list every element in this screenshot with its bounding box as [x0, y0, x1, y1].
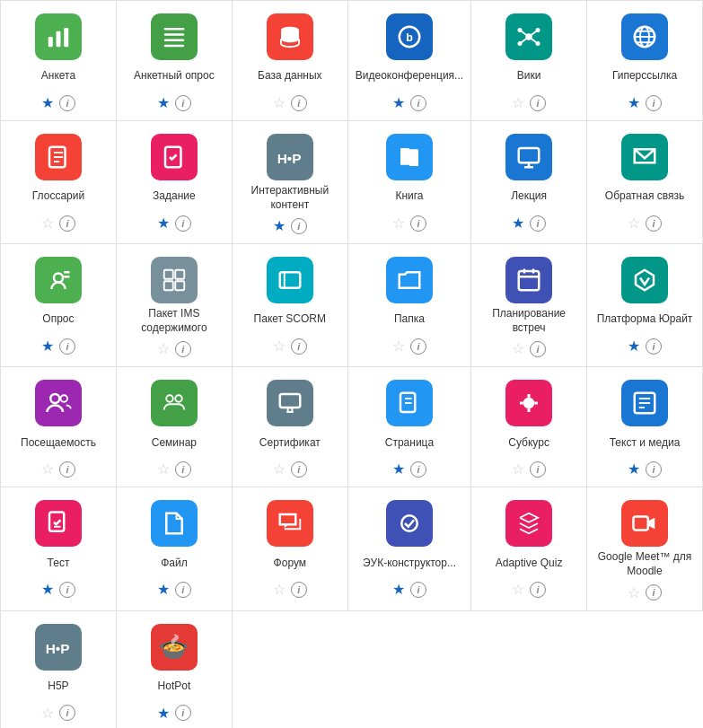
- activity-cell-hotpot[interactable]: 🍲HotPot★i: [117, 611, 233, 728]
- interact-star[interactable]: ★: [273, 217, 286, 234]
- poseschaemost-star[interactable]: ☆: [41, 460, 54, 478]
- forum-info-button[interactable]: i: [291, 582, 307, 598]
- activity-cell-opros[interactable]: Опрос★i: [1, 244, 117, 367]
- platforma-info-button[interactable]: i: [646, 338, 662, 355]
- obratsvyaz-star[interactable]: ☆: [628, 215, 640, 232]
- activity-cell-kniga[interactable]: Книга☆i: [348, 121, 471, 244]
- anketa-info-button[interactable]: i: [59, 95, 75, 111]
- activity-cell-test[interactable]: Тест★i: [1, 487, 117, 610]
- activity-cell-interact[interactable]: H•PИнтерактивный контент★i: [233, 121, 348, 244]
- adaptivequiz-star[interactable]: ☆: [512, 581, 524, 598]
- sertifikat-info-button[interactable]: i: [291, 461, 307, 478]
- activity-cell-lekcia[interactable]: Лекция★i: [471, 121, 587, 244]
- activity-cell-forum[interactable]: Форум☆i: [233, 487, 348, 610]
- h5p-info-button[interactable]: i: [59, 705, 75, 721]
- giper-star[interactable]: ★: [628, 94, 640, 111]
- activity-cell-viki[interactable]: Вики☆i: [471, 1, 587, 121]
- subkurs-info-button[interactable]: i: [530, 461, 546, 478]
- activity-cell-zadanie[interactable]: Задание★i: [117, 121, 233, 244]
- platforma-star[interactable]: ★: [628, 338, 640, 355]
- file-info-button[interactable]: i: [175, 582, 191, 598]
- papka-info-button[interactable]: i: [410, 338, 426, 355]
- textmedia-info-button[interactable]: i: [646, 461, 662, 478]
- svg-point-50: [175, 396, 182, 403]
- euk-info-button[interactable]: i: [410, 582, 426, 598]
- activity-cell-papka[interactable]: Папка☆i: [348, 244, 471, 367]
- seminar-info-button[interactable]: i: [175, 461, 191, 478]
- activity-cell-giper[interactable]: Гиперссылка★i: [587, 1, 703, 121]
- zadanie-star[interactable]: ★: [157, 215, 170, 232]
- anketa-star[interactable]: ★: [41, 94, 54, 111]
- paketims-label: Пакет IMS содержимого: [124, 307, 224, 335]
- activity-cell-anketa[interactable]: Анкета★i: [1, 1, 117, 121]
- subkurs-star[interactable]: ☆: [512, 460, 524, 478]
- kniga-star[interactable]: ☆: [392, 215, 405, 232]
- forum-star[interactable]: ☆: [273, 581, 286, 598]
- textmedia-star[interactable]: ★: [628, 460, 640, 478]
- paketscorm-star[interactable]: ☆: [273, 338, 286, 355]
- activity-cell-video[interactable]: bВидеоконференция...★i: [348, 1, 471, 121]
- adaptivequiz-info-button[interactable]: i: [530, 582, 546, 598]
- hotpot-info-button[interactable]: i: [175, 705, 191, 721]
- activity-cell-platforma[interactable]: Платформа Юрайт★i: [587, 244, 703, 367]
- papka-star[interactable]: ☆: [392, 338, 405, 355]
- test-info-button[interactable]: i: [59, 582, 75, 598]
- activity-cell-textmedia[interactable]: Текст и медиа★i: [587, 367, 703, 487]
- glossar-star[interactable]: ☆: [41, 215, 54, 232]
- viki-info-button[interactable]: i: [530, 95, 546, 111]
- hotpot-star[interactable]: ★: [157, 705, 170, 722]
- paketims-star[interactable]: ☆: [157, 340, 170, 357]
- activity-cell-sertifikat[interactable]: Сертификат☆i: [233, 367, 348, 487]
- euk-star[interactable]: ★: [392, 581, 405, 598]
- svg-rect-1: [56, 31, 60, 48]
- activity-cell-euk[interactable]: ЭУК-конструктор...★i: [348, 487, 471, 610]
- activity-cell-file[interactable]: Файл★i: [117, 487, 233, 610]
- anketniy-info-button[interactable]: i: [175, 95, 191, 111]
- obratsvyaz-info-button[interactable]: i: [646, 215, 662, 232]
- giper-info-button[interactable]: i: [646, 95, 662, 111]
- activity-cell-anketniy[interactable]: Анкетный опрос★i: [117, 1, 233, 121]
- planirovanie-info-button[interactable]: i: [530, 341, 546, 357]
- viki-star[interactable]: ☆: [512, 94, 524, 111]
- test-star[interactable]: ★: [41, 581, 54, 598]
- activity-cell-baza[interactable]: База данных☆i: [233, 1, 348, 121]
- activity-cell-h5p[interactable]: H•PH5P☆i: [1, 611, 117, 728]
- activity-cell-paketscorm[interactable]: Пакет SCORM☆i: [233, 244, 348, 367]
- paketims-info-button[interactable]: i: [175, 341, 191, 357]
- file-star[interactable]: ★: [157, 581, 170, 598]
- stranica-info-button[interactable]: i: [410, 461, 426, 478]
- activity-cell-stranica[interactable]: Страница★i: [348, 367, 471, 487]
- activity-cell-planirovanie[interactable]: Планирование встреч☆i: [471, 244, 587, 367]
- poseschaemost-info-button[interactable]: i: [59, 461, 75, 478]
- video-info-button[interactable]: i: [410, 95, 426, 111]
- video-star[interactable]: ★: [392, 94, 405, 111]
- activity-cell-paketims[interactable]: Пакет IMS содержимого☆i: [117, 244, 233, 367]
- opros-star[interactable]: ★: [41, 338, 54, 355]
- googlemeet-star[interactable]: ☆: [628, 584, 640, 601]
- stranica-star[interactable]: ★: [392, 460, 405, 478]
- paketscorm-info-button[interactable]: i: [291, 338, 307, 355]
- baza-star[interactable]: ☆: [273, 94, 286, 111]
- opros-info-button[interactable]: i: [59, 338, 75, 355]
- sertifikat-star[interactable]: ☆: [273, 460, 286, 478]
- hotpot-label: HotPot: [158, 674, 191, 699]
- kniga-info-button[interactable]: i: [410, 215, 426, 232]
- anketniy-star[interactable]: ★: [157, 94, 170, 111]
- planirovanie-star[interactable]: ☆: [512, 340, 524, 357]
- seminar-star[interactable]: ☆: [157, 460, 170, 478]
- lekcia-star[interactable]: ★: [512, 215, 524, 232]
- googlemeet-info-button[interactable]: i: [646, 584, 662, 601]
- activity-cell-poseschaemost[interactable]: Посещаемость☆i: [1, 367, 117, 487]
- activity-cell-googlemeet[interactable]: Google Meet™ для Moodle☆i: [587, 487, 703, 610]
- activity-cell-seminar[interactable]: Семинар☆i: [117, 367, 233, 487]
- activity-cell-adaptivequiz[interactable]: Adaptive Quiz☆i: [471, 487, 587, 610]
- activity-cell-glossar[interactable]: Глоссарий☆i: [1, 121, 117, 244]
- glossar-info-button[interactable]: i: [59, 215, 75, 232]
- zadanie-info-button[interactable]: i: [175, 215, 191, 232]
- lekcia-info-button[interactable]: i: [530, 215, 546, 232]
- h5p-star[interactable]: ☆: [41, 705, 54, 722]
- baza-info-button[interactable]: i: [291, 95, 307, 111]
- activity-cell-subkurs[interactable]: Субкурс☆i: [471, 367, 587, 487]
- interact-info-button[interactable]: i: [291, 218, 307, 234]
- activity-cell-obratsvyaz[interactable]: Обратная связь☆i: [587, 121, 703, 244]
